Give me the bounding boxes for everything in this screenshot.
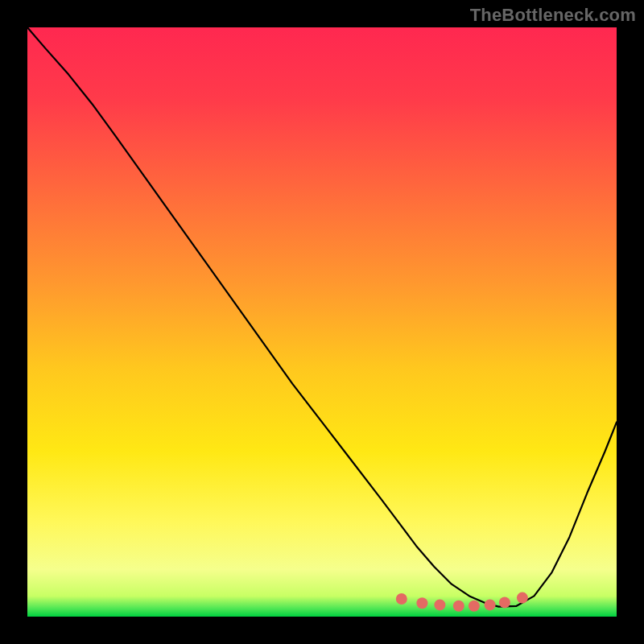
marker-dot	[396, 593, 407, 605]
plot-area	[27, 27, 617, 617]
marker-dot	[499, 597, 510, 608]
marker-dot	[434, 599, 445, 610]
marker-dot	[416, 597, 427, 609]
marker-dot	[453, 601, 464, 612]
watermark-text: TheBottleneck.com	[470, 5, 636, 26]
marker-dots	[27, 27, 617, 617]
marker-dot	[469, 601, 480, 612]
marker-dot	[485, 599, 496, 610]
marker-dot	[517, 592, 528, 604]
chart-frame: TheBottleneck.com	[0, 0, 644, 644]
